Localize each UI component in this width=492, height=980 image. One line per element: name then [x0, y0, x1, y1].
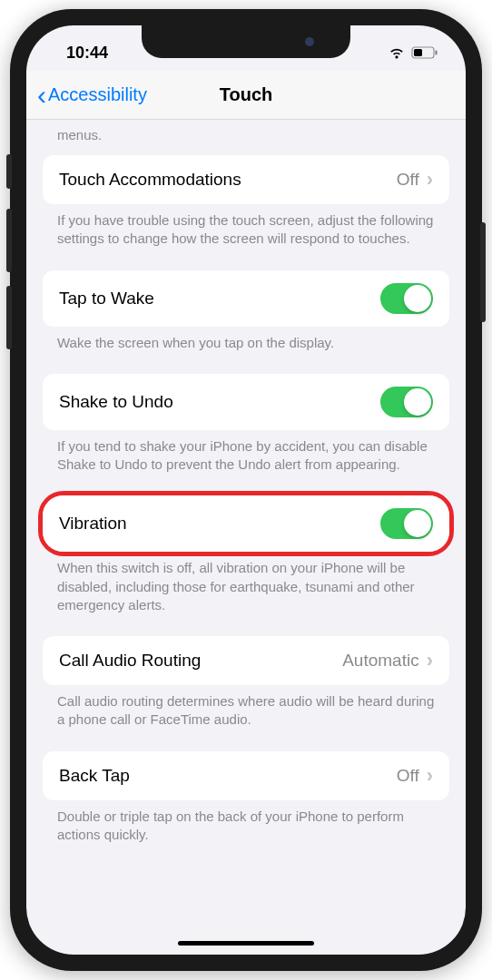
call-audio-routing-label: Call Audio Routing — [59, 651, 201, 671]
shake-to-undo-label: Shake to Undo — [59, 392, 173, 412]
volume-down-button — [6, 286, 12, 349]
side-button — [480, 222, 486, 322]
battery-icon — [411, 46, 438, 59]
toggle-knob — [404, 388, 431, 416]
status-time: 10:44 — [66, 44, 108, 63]
highlight-annotation: Vibration — [38, 491, 454, 556]
tap-to-wake-label: Tap to Wake — [59, 289, 154, 309]
chevron-right-icon: › — [427, 649, 433, 672]
content-scroll[interactable]: menus. Touch Accommodations Off › If you… — [26, 120, 466, 955]
call-audio-routing-value: Automatic — [342, 651, 418, 671]
device-frame: 10:44 ‹ Accessibility Touch menus. Touch — [10, 9, 482, 971]
tap-to-wake-toggle[interactable] — [380, 283, 433, 314]
call-audio-routing-row[interactable]: Call Audio Routing Automatic › — [43, 636, 449, 685]
tap-to-wake-footer: Wake the screen when you tap on the disp… — [43, 327, 449, 374]
toggle-knob — [404, 510, 431, 537]
notch — [142, 25, 350, 58]
wifi-icon — [388, 46, 406, 60]
touch-accommodations-label: Touch Accommodations — [59, 170, 241, 190]
cell-right: Off › — [397, 168, 433, 191]
touch-accommodations-value: Off — [397, 170, 419, 190]
shake-to-undo-row: Shake to Undo — [43, 374, 449, 430]
chevron-left-icon: ‹ — [37, 82, 46, 109]
truncated-footer-text: menus. — [43, 120, 449, 155]
tap-to-wake-row: Tap to Wake — [43, 270, 449, 327]
vibration-label: Vibration — [59, 514, 127, 534]
back-button[interactable]: ‹ Accessibility — [26, 82, 147, 109]
touch-accommodations-row[interactable]: Touch Accommodations Off › — [43, 155, 449, 204]
cell-right: Off › — [397, 764, 433, 788]
back-tap-row[interactable]: Back Tap Off › — [43, 751, 449, 800]
chevron-right-icon: › — [427, 168, 433, 191]
front-camera-icon — [305, 37, 314, 46]
call-audio-routing-footer: Call audio routing determines where audi… — [43, 685, 449, 751]
page-title: Touch — [220, 84, 273, 105]
status-icons — [388, 46, 438, 60]
svg-rect-2 — [436, 51, 438, 55]
back-button-label: Accessibility — [48, 84, 147, 105]
home-indicator[interactable] — [178, 941, 314, 946]
back-tap-footer: Double or triple tap on the back of your… — [43, 800, 449, 867]
mute-switch — [6, 154, 12, 189]
touch-accommodations-footer: If you have trouble using the touch scre… — [43, 204, 449, 270]
vibration-toggle[interactable] — [380, 508, 433, 539]
nav-bar: ‹ Accessibility Touch — [26, 71, 466, 120]
back-tap-label: Back Tap — [59, 766, 130, 786]
volume-up-button — [6, 209, 12, 272]
screen: 10:44 ‹ Accessibility Touch menus. Touch — [26, 25, 466, 955]
shake-to-undo-toggle[interactable] — [380, 387, 433, 417]
cell-right: Automatic › — [342, 649, 433, 672]
svg-rect-1 — [414, 49, 422, 56]
vibration-row: Vibration — [43, 495, 449, 552]
back-tap-value: Off — [397, 766, 419, 786]
shake-to-undo-footer: If you tend to shake your iPhone by acci… — [43, 430, 449, 496]
vibration-footer: When this switch is off, all vibration o… — [43, 552, 449, 636]
toggle-knob — [404, 285, 431, 312]
chevron-right-icon: › — [427, 764, 433, 788]
